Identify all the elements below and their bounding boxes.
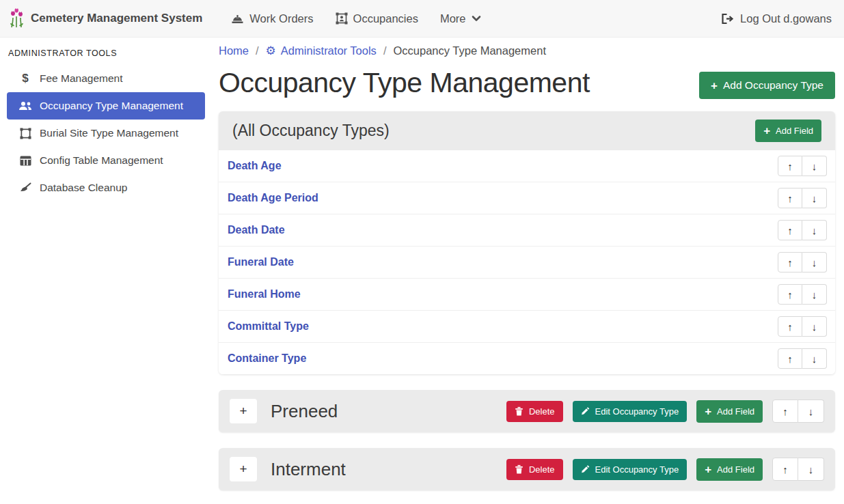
move-down-button[interactable]: ↓ xyxy=(802,156,827,176)
down-arrow-icon: ↓ xyxy=(812,225,817,236)
field-link-funeral-home[interactable]: Funeral Home xyxy=(228,288,301,300)
move-up-button[interactable]: ↑ xyxy=(778,188,802,208)
table-row: Death Date ↑ ↓ xyxy=(219,214,835,247)
card-title: (All Occupancy Types) xyxy=(232,122,390,140)
sidebar-item-label: Database Cleanup xyxy=(40,182,127,194)
field-link-funeral-date[interactable]: Funeral Date xyxy=(228,256,294,268)
up-arrow-icon: ↑ xyxy=(787,353,793,365)
table-row: Death Age ↑ ↓ xyxy=(219,150,835,182)
down-arrow-icon: ↓ xyxy=(812,289,817,300)
field-link-death-age-period[interactable]: Death Age Period xyxy=(228,192,318,204)
logout-button[interactable]: Log Out d.gowans xyxy=(721,12,832,25)
up-arrow-icon: ↑ xyxy=(787,160,793,172)
occupancy-frame-icon xyxy=(336,12,348,25)
sidebar-item-burial-site-type-management[interactable]: Burial Site Type Management xyxy=(7,120,205,147)
add-field-button[interactable]: + Add Field xyxy=(696,400,763,423)
move-up-button[interactable]: ↑ xyxy=(778,220,802,240)
field-link-container-type[interactable]: Container Type xyxy=(228,352,306,365)
expand-section-button[interactable]: + xyxy=(230,399,257,423)
section-title: Preneed xyxy=(271,401,338,422)
breadcrumb-separator: / xyxy=(383,44,387,57)
sign-out-icon xyxy=(721,13,734,25)
plus-icon: + xyxy=(711,80,718,92)
move-down-button[interactable]: ↓ xyxy=(802,316,827,337)
up-arrow-icon: ↑ xyxy=(782,464,788,475)
table-row: Death Age Period ↑ ↓ xyxy=(219,182,835,214)
add-field-button[interactable]: + Add Field xyxy=(755,120,821,142)
app-title: Cemetery Management System xyxy=(31,12,202,25)
up-arrow-icon: ↑ xyxy=(787,321,793,333)
plus-icon: + xyxy=(239,462,247,477)
edit-occupancy-type-button[interactable]: Edit Occupancy Type xyxy=(573,401,688,422)
reorder-controls: ↑ ↓ xyxy=(778,220,827,240)
breadcrumb-home-link[interactable]: Home xyxy=(219,44,249,57)
app-brand[interactable]: Cemetery Management System xyxy=(8,8,202,29)
trash-icon xyxy=(515,464,523,474)
table-row: Funeral Date ↑ ↓ xyxy=(219,247,835,279)
sidebar-item-label: Occupancy Type Management xyxy=(40,100,183,112)
section-actions: Delete Edit Occupancy Type + Add Field xyxy=(506,458,824,481)
delete-button[interactable]: Delete xyxy=(506,401,563,422)
pencil-icon xyxy=(581,464,590,474)
sidebar-item-fee-management[interactable]: $ Fee Management xyxy=(7,65,205,92)
chevron-down-icon xyxy=(472,15,481,22)
nav-item-occupancies[interactable]: Occupancies xyxy=(327,7,426,31)
add-field-button[interactable]: + Add Field xyxy=(696,458,763,481)
down-arrow-icon: ↓ xyxy=(812,353,817,365)
reorder-controls: ↑ ↓ xyxy=(772,458,824,481)
up-arrow-icon: ↑ xyxy=(787,225,793,236)
move-up-button[interactable]: ↑ xyxy=(778,316,802,337)
breadcrumb-admin-tools-label: Administrator Tools xyxy=(281,44,377,57)
move-up-button[interactable]: ↑ xyxy=(778,252,802,272)
main-content: Home / ⚙ Administrator Tools / Occupancy… xyxy=(212,38,844,504)
up-arrow-icon: ↑ xyxy=(782,406,788,417)
move-down-button[interactable]: ↓ xyxy=(802,188,827,208)
move-down-button[interactable]: ↓ xyxy=(802,252,827,272)
nav-item-more[interactable]: More xyxy=(432,7,489,31)
move-down-button[interactable]: ↓ xyxy=(798,400,824,423)
edit-occupancy-type-button[interactable]: Edit Occupancy Type xyxy=(573,459,688,480)
table-row: Funeral Home ↑ ↓ xyxy=(219,279,835,311)
delete-button[interactable]: Delete xyxy=(506,459,563,480)
logout-label: Log Out d.gowans xyxy=(740,12,832,25)
sidebar-item-config-table-management[interactable]: Config Table Management xyxy=(7,147,205,174)
admin-sidebar: Administrator Tools $ Fee Management Occ… xyxy=(0,38,212,504)
field-link-death-date[interactable]: Death Date xyxy=(228,224,285,236)
move-down-button[interactable]: ↓ xyxy=(802,348,827,369)
add-occupancy-type-button[interactable]: + Add Occupancy Type xyxy=(699,72,835,99)
move-up-button[interactable]: ↑ xyxy=(772,458,798,481)
reorder-controls: ↑ ↓ xyxy=(778,188,827,208)
occupancy-type-section-preneed: + Preneed Delete xyxy=(219,390,835,432)
gear-icon: ⚙ xyxy=(266,45,276,57)
down-arrow-icon: ↓ xyxy=(812,257,817,268)
up-arrow-icon: ↑ xyxy=(787,289,793,300)
down-arrow-icon: ↓ xyxy=(812,321,817,333)
move-down-button[interactable]: ↓ xyxy=(802,220,827,240)
move-down-button[interactable]: ↓ xyxy=(798,458,824,481)
expand-section-button[interactable]: + xyxy=(230,457,257,481)
move-up-button[interactable]: ↑ xyxy=(778,284,802,305)
breadcrumb: Home / ⚙ Administrator Tools / Occupancy… xyxy=(219,44,835,57)
sidebar-item-database-cleanup[interactable]: Database Cleanup xyxy=(7,174,205,201)
card-header: (All Occupancy Types) + Add Field xyxy=(219,111,835,150)
move-up-button[interactable]: ↑ xyxy=(772,400,798,423)
tulip-logo-icon xyxy=(8,8,25,29)
plus-icon: + xyxy=(705,464,711,475)
sidebar-item-label: Burial Site Type Management xyxy=(40,127,178,139)
up-arrow-icon: ↑ xyxy=(787,257,793,268)
section-actions: Delete Edit Occupancy Type + Add Field xyxy=(506,400,824,423)
reorder-controls: ↑ ↓ xyxy=(778,284,827,305)
move-up-button[interactable]: ↑ xyxy=(778,156,802,176)
broom-icon xyxy=(16,182,34,193)
move-up-button[interactable]: ↑ xyxy=(778,348,802,369)
breadcrumb-admin-tools-link[interactable]: ⚙ Administrator Tools xyxy=(266,44,377,57)
plus-icon: + xyxy=(705,406,711,417)
field-link-death-age[interactable]: Death Age xyxy=(228,160,282,172)
down-arrow-icon: ↓ xyxy=(812,160,817,172)
pencil-icon xyxy=(581,406,590,416)
field-link-committal-type[interactable]: Committal Type xyxy=(228,320,309,333)
move-down-button[interactable]: ↓ xyxy=(802,284,827,305)
sidebar-item-occupancy-type-management[interactable]: Occupancy Type Management xyxy=(7,92,205,120)
nav-item-work-orders[interactable]: Work Orders xyxy=(223,7,321,31)
down-arrow-icon: ↓ xyxy=(808,464,814,475)
